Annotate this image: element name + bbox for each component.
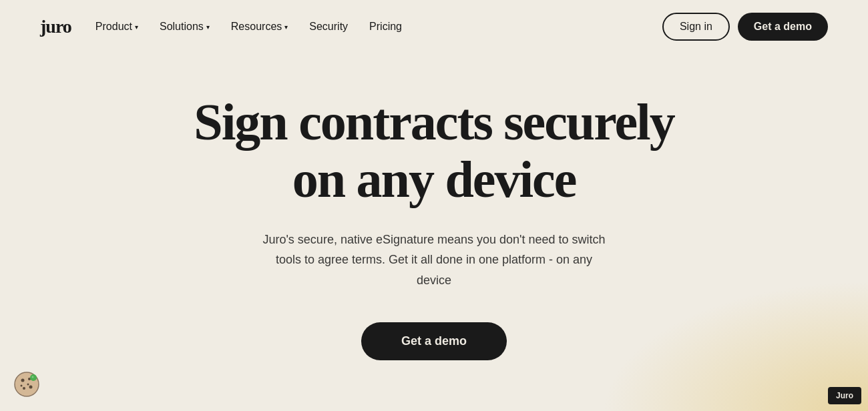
svg-point-6	[21, 385, 23, 387]
hero-section: Sign contracts securely on any device Ju…	[0, 53, 868, 411]
get-demo-hero-button[interactable]: Get a demo	[361, 322, 507, 360]
hero-subtitle: Juro's secure, native eSignature means y…	[260, 230, 608, 291]
cookie-preferences-button[interactable]	[13, 371, 40, 398]
svg-point-8	[32, 376, 34, 378]
svg-point-4	[23, 387, 25, 390]
hero-title-line2: on any device	[292, 150, 576, 208]
navbar-left: Juro Product ▾ Solutions ▾ Resources ▾ S…	[40, 16, 402, 37]
navbar: Juro Product ▾ Solutions ▾ Resources ▾ S…	[0, 0, 868, 53]
resources-chevron-icon: ▾	[284, 23, 288, 31]
logo[interactable]: Juro	[40, 16, 71, 37]
nav-security-label: Security	[309, 21, 348, 33]
svg-point-3	[29, 386, 33, 389]
get-demo-nav-button[interactable]: Get a demo	[738, 13, 828, 41]
nav-links: Product ▾ Solutions ▾ Resources ▾ Securi…	[95, 21, 402, 33]
nav-solutions-label: Solutions	[160, 21, 204, 33]
svg-point-1	[21, 379, 25, 382]
hero-title: Sign contracts securely on any device	[194, 93, 674, 208]
juro-badge: Juro	[828, 387, 861, 404]
signin-button[interactable]: Sign in	[662, 13, 730, 41]
nav-item-product[interactable]: Product ▾	[95, 21, 138, 33]
nav-item-resources[interactable]: Resources ▾	[231, 21, 288, 33]
hero-title-line1: Sign contracts securely	[194, 93, 674, 151]
nav-item-solutions[interactable]: Solutions ▾	[160, 21, 210, 33]
nav-item-pricing[interactable]: Pricing	[369, 21, 402, 33]
nav-resources-label: Resources	[231, 21, 282, 33]
svg-point-5	[27, 384, 29, 386]
nav-pricing-label: Pricing	[369, 21, 402, 33]
product-chevron-icon: ▾	[135, 23, 138, 31]
navbar-right: Sign in Get a demo	[662, 13, 828, 41]
solutions-chevron-icon: ▾	[206, 23, 210, 31]
nav-item-security[interactable]: Security	[309, 21, 348, 33]
nav-product-label: Product	[95, 21, 132, 33]
